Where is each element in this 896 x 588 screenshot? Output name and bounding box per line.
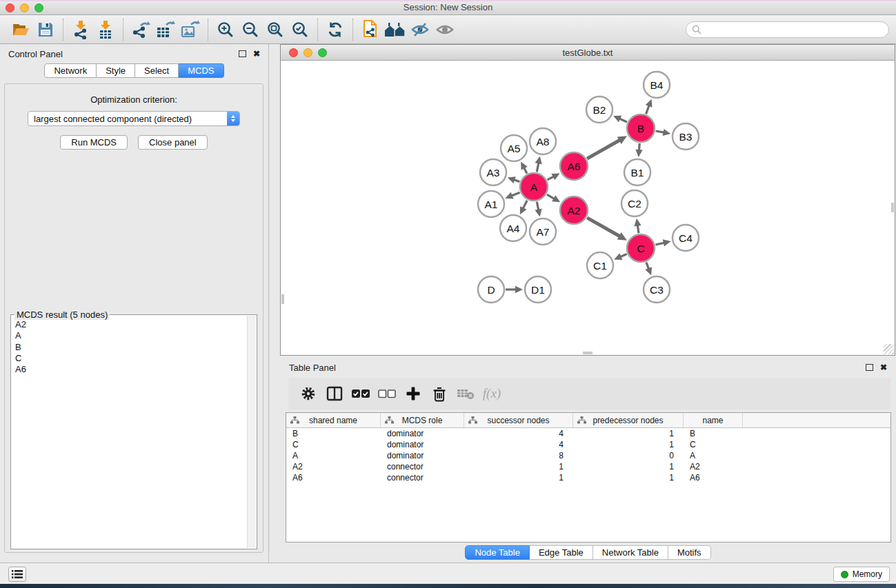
close-panel-button[interactable]: Close panel (138, 135, 208, 150)
show-column-icon[interactable] (321, 381, 348, 406)
table-cell[interactable]: 1 (573, 461, 684, 472)
table-row[interactable]: A2connector11A2 (286, 461, 890, 472)
table-cell[interactable]: A2 (684, 461, 743, 472)
result-scrollbar[interactable] (247, 316, 256, 548)
table-cell[interactable]: 0 (573, 450, 684, 461)
table-cell[interactable]: A (286, 450, 381, 461)
table-row[interactable]: Cdominator41C (286, 439, 890, 450)
graph-edge[interactable] (548, 176, 554, 180)
import-network-icon[interactable] (68, 18, 93, 41)
graph-edge[interactable] (547, 194, 555, 199)
mcds-result-list[interactable]: A2ABCA6 (12, 316, 246, 548)
close-panel-icon[interactable]: ✖ (253, 50, 260, 58)
table-cell[interactable]: connector (381, 472, 464, 483)
add-icon[interactable] (400, 381, 426, 406)
graph-edge[interactable] (639, 143, 639, 150)
zoom-out-icon[interactable] (238, 18, 263, 41)
result-item[interactable]: A6 (15, 364, 246, 375)
resize-grip[interactable] (884, 344, 894, 354)
close-table-panel-icon[interactable]: ✖ (880, 363, 887, 372)
table-row[interactable]: A6connector11A6 (286, 472, 890, 483)
graph-edge[interactable] (587, 140, 619, 159)
scrollbar-mark-bottom[interactable] (583, 352, 593, 354)
scrollbar-mark-left[interactable] (281, 294, 284, 304)
table-cell[interactable]: 1 (464, 461, 573, 472)
graph-edge[interactable] (620, 254, 626, 257)
table-cell[interactable]: 1 (573, 472, 684, 483)
table-cell[interactable]: 8 (464, 450, 573, 461)
open-session-icon[interactable] (8, 18, 33, 41)
table-cell[interactable]: dominator (381, 450, 464, 461)
network-canvas[interactable]: AA1A2A3A4A5A6A7A8BB1B2B3B4CC1C2C3C4DD1 (281, 61, 894, 354)
table-cell[interactable]: 1 (464, 472, 573, 483)
tab-edge-table[interactable]: Edge Table (530, 545, 593, 560)
search-input[interactable] (686, 21, 889, 38)
zoom-in-icon[interactable] (213, 18, 238, 41)
first-neighbors-icon[interactable] (383, 18, 408, 41)
graph-edge[interactable] (656, 131, 664, 132)
result-item[interactable]: C (15, 353, 246, 364)
memory-button[interactable]: Memory (833, 567, 890, 582)
tab-mcds[interactable]: MCDS (179, 63, 223, 78)
graph-edge[interactable] (514, 180, 519, 182)
graph-edge[interactable] (537, 202, 538, 210)
scrollbar-mark-right[interactable] (891, 203, 894, 212)
table-cell[interactable]: A (684, 450, 743, 461)
network-window-titlebar[interactable]: testGlobe.txt (281, 45, 895, 61)
task-history-button[interactable] (8, 567, 26, 582)
table-cell[interactable]: 1 (573, 439, 684, 450)
graph-edge[interactable] (646, 263, 649, 270)
export-image-icon[interactable] (178, 18, 203, 41)
run-mcds-button[interactable]: Run MCDS (60, 135, 128, 150)
zoom-selected-icon[interactable] (288, 18, 312, 41)
export-network-icon[interactable] (128, 18, 153, 41)
deselect-all-icon[interactable] (374, 381, 400, 406)
table-cell[interactable]: A6 (286, 472, 381, 483)
graph-edge[interactable] (655, 243, 664, 245)
show-all-icon[interactable] (432, 18, 457, 41)
delete-icon[interactable] (426, 381, 452, 406)
table-cell[interactable]: 1 (573, 428, 684, 439)
table-cell[interactable]: dominator (381, 428, 464, 439)
save-session-icon[interactable] (33, 18, 58, 41)
export-table-icon[interactable] (153, 18, 178, 41)
table-cell[interactable]: A2 (286, 461, 381, 472)
tab-network-table[interactable]: Network Table (593, 545, 668, 560)
delete-table-icon[interactable] (452, 381, 479, 406)
network-graph[interactable]: AA1A2A3A4A5A6A7A8BB1B2B3B4CC1C2C3C4DD1 (281, 61, 894, 354)
result-item[interactable]: A2 (15, 319, 246, 330)
table-cell[interactable]: 4 (464, 439, 573, 450)
table-cell[interactable]: 4 (464, 428, 573, 439)
graph-edge[interactable] (646, 105, 649, 114)
column-header[interactable]: predecessor nodes (573, 413, 684, 427)
import-table-icon[interactable] (93, 18, 118, 41)
tab-network[interactable]: Network (44, 63, 97, 78)
select-all-icon[interactable] (348, 381, 374, 406)
zoom-fit-icon[interactable] (263, 18, 288, 41)
table-cell[interactable]: B (684, 428, 743, 439)
result-item[interactable]: B (15, 342, 246, 353)
column-header[interactable]: MCDS role (381, 413, 464, 427)
tab-style[interactable]: Style (97, 63, 135, 78)
table-cell[interactable]: C (684, 439, 743, 450)
table-row[interactable]: Adominator80A (286, 450, 890, 461)
tab-node-table[interactable]: Node Table (465, 545, 530, 560)
tab-motifs[interactable]: Motifs (668, 545, 711, 560)
table-cell[interactable]: dominator (381, 439, 464, 450)
optimization-criterion-select[interactable]: largest connected component (directed) (28, 111, 240, 126)
new-network-from-file-icon[interactable] (358, 18, 383, 41)
graph-edge[interactable] (512, 192, 520, 196)
table-settings-icon[interactable] (295, 381, 321, 406)
column-header[interactable]: successor nodes (464, 413, 573, 427)
table-cell[interactable]: B (286, 428, 381, 439)
function-builder-icon[interactable]: f(x) (479, 381, 505, 406)
refresh-icon[interactable] (323, 18, 348, 41)
graph-edge[interactable] (637, 225, 639, 234)
graph-edge[interactable] (523, 201, 527, 209)
float-table-panel-icon[interactable] (866, 364, 873, 371)
column-header[interactable]: name (684, 413, 743, 427)
column-header[interactable]: shared name (286, 413, 381, 427)
hide-selected-icon[interactable] (408, 18, 432, 41)
table-cell[interactable]: A6 (684, 472, 743, 483)
graph-edge[interactable] (619, 119, 627, 122)
